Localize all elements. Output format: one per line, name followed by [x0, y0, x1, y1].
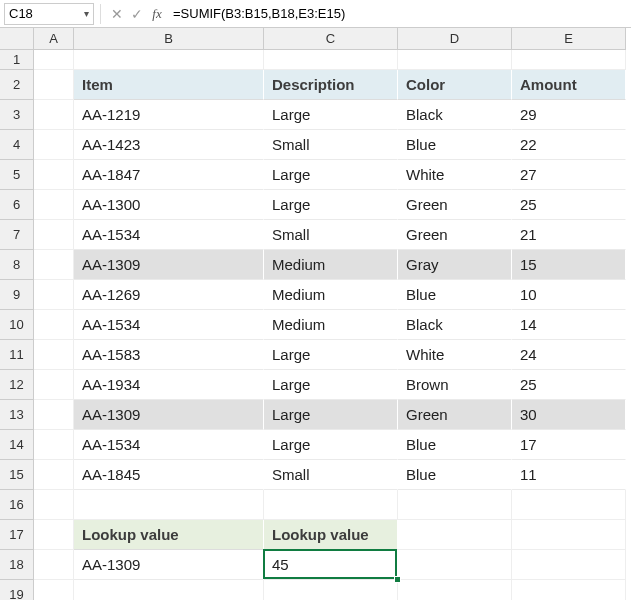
cell-amount[interactable]: 15 — [512, 250, 626, 280]
cell-color[interactable]: Brown — [398, 370, 512, 400]
col-header-D[interactable]: D — [398, 28, 512, 50]
cell-amount[interactable]: 25 — [512, 370, 626, 400]
cell-description[interactable]: Large — [264, 430, 398, 460]
cell-description[interactable]: Large — [264, 190, 398, 220]
row-header-12[interactable]: 12 — [0, 370, 34, 400]
cell-item[interactable]: AA-1219 — [74, 100, 264, 130]
cell-A7[interactable] — [34, 220, 74, 250]
cell-description[interactable]: Large — [264, 100, 398, 130]
cell-D16[interactable] — [398, 490, 512, 520]
cell-item[interactable]: AA-1534 — [74, 430, 264, 460]
row-header-10[interactable]: 10 — [0, 310, 34, 340]
cell-description[interactable]: Small — [264, 130, 398, 160]
cell-amount[interactable]: 24 — [512, 340, 626, 370]
cell-E16[interactable] — [512, 490, 626, 520]
cell-color[interactable]: White — [398, 340, 512, 370]
cell-color[interactable]: Green — [398, 190, 512, 220]
cell-amount[interactable]: 21 — [512, 220, 626, 250]
row-header-4[interactable]: 4 — [0, 130, 34, 160]
cell-description[interactable]: Small — [264, 220, 398, 250]
cell-D17[interactable] — [398, 520, 512, 550]
cell-A10[interactable] — [34, 310, 74, 340]
cell-item[interactable]: AA-1583 — [74, 340, 264, 370]
cell-D1[interactable] — [398, 50, 512, 70]
cell-amount[interactable]: 29 — [512, 100, 626, 130]
row-header-1[interactable]: 1 — [0, 50, 34, 70]
lookup-header-2[interactable]: Lookup value — [264, 520, 398, 550]
cell-amount[interactable]: 14 — [512, 310, 626, 340]
cell-A1[interactable] — [34, 50, 74, 70]
cell-color[interactable]: Blue — [398, 280, 512, 310]
row-header-17[interactable]: 17 — [0, 520, 34, 550]
row-header-5[interactable]: 5 — [0, 160, 34, 190]
cell-item[interactable]: AA-1423 — [74, 130, 264, 160]
cell-item[interactable]: AA-1269 — [74, 280, 264, 310]
cell-A8[interactable] — [34, 250, 74, 280]
name-box[interactable]: C18 ▾ — [4, 3, 94, 25]
row-header-16[interactable]: 16 — [0, 490, 34, 520]
cell-amount[interactable]: 17 — [512, 430, 626, 460]
cell-description[interactable]: Large — [264, 400, 398, 430]
col-header-A[interactable]: A — [34, 28, 74, 50]
row-header-13[interactable]: 13 — [0, 400, 34, 430]
row-header-14[interactable]: 14 — [0, 430, 34, 460]
col-header-C[interactable]: C — [264, 28, 398, 50]
row-header-18[interactable]: 18 — [0, 550, 34, 580]
cell-color[interactable]: Gray — [398, 250, 512, 280]
cell-description[interactable]: Medium — [264, 310, 398, 340]
lookup-result[interactable]: 45 — [264, 550, 398, 580]
cell-color[interactable]: Black — [398, 310, 512, 340]
row-header-9[interactable]: 9 — [0, 280, 34, 310]
cell-item[interactable]: AA-1534 — [74, 220, 264, 250]
header-amount[interactable]: Amount — [512, 70, 626, 100]
cell-D18[interactable] — [398, 550, 512, 580]
row-header-8[interactable]: 8 — [0, 250, 34, 280]
cell-description[interactable]: Small — [264, 460, 398, 490]
fx-icon[interactable]: fx — [147, 6, 167, 22]
chevron-down-icon[interactable]: ▾ — [84, 8, 89, 19]
row-header-11[interactable]: 11 — [0, 340, 34, 370]
cell-color[interactable]: Blue — [398, 130, 512, 160]
lookup-header-1[interactable]: Lookup value — [74, 520, 264, 550]
cell-description[interactable]: Large — [264, 340, 398, 370]
formula-input[interactable]: =SUMIF(B3:B15,B18,E3:E15) — [167, 3, 627, 25]
cell-A14[interactable] — [34, 430, 74, 460]
cell-A15[interactable] — [34, 460, 74, 490]
cancel-icon[interactable]: ✕ — [107, 6, 127, 22]
cell-C19[interactable] — [264, 580, 398, 600]
select-all-corner[interactable] — [0, 28, 34, 50]
cell-amount[interactable]: 11 — [512, 460, 626, 490]
cell-A3[interactable] — [34, 100, 74, 130]
cell-amount[interactable]: 10 — [512, 280, 626, 310]
cell-A5[interactable] — [34, 160, 74, 190]
cell-item[interactable]: AA-1309 — [74, 250, 264, 280]
cell-A13[interactable] — [34, 400, 74, 430]
cell-A17[interactable] — [34, 520, 74, 550]
grid[interactable]: ItemDescriptionColorAmountAA-1219LargeBl… — [34, 50, 626, 600]
cell-A11[interactable] — [34, 340, 74, 370]
row-header-19[interactable]: 19 — [0, 580, 34, 600]
cell-A4[interactable] — [34, 130, 74, 160]
cell-color[interactable]: Blue — [398, 430, 512, 460]
cell-amount[interactable]: 25 — [512, 190, 626, 220]
col-header-E[interactable]: E — [512, 28, 626, 50]
row-header-15[interactable]: 15 — [0, 460, 34, 490]
lookup-value[interactable]: AA-1309 — [74, 550, 264, 580]
cell-item[interactable]: AA-1300 — [74, 190, 264, 220]
cell-item[interactable]: AA-1934 — [74, 370, 264, 400]
confirm-icon[interactable]: ✓ — [127, 6, 147, 22]
cell-D19[interactable] — [398, 580, 512, 600]
cell-A9[interactable] — [34, 280, 74, 310]
cell-item[interactable]: AA-1847 — [74, 160, 264, 190]
cell-amount[interactable]: 22 — [512, 130, 626, 160]
col-header-B[interactable]: B — [74, 28, 264, 50]
cell-A6[interactable] — [34, 190, 74, 220]
cell-item[interactable]: AA-1309 — [74, 400, 264, 430]
cell-description[interactable]: Large — [264, 370, 398, 400]
header-description[interactable]: Description — [264, 70, 398, 100]
row-header-7[interactable]: 7 — [0, 220, 34, 250]
cell-E19[interactable] — [512, 580, 626, 600]
cell-color[interactable]: Black — [398, 100, 512, 130]
cell-C1[interactable] — [264, 50, 398, 70]
row-header-3[interactable]: 3 — [0, 100, 34, 130]
